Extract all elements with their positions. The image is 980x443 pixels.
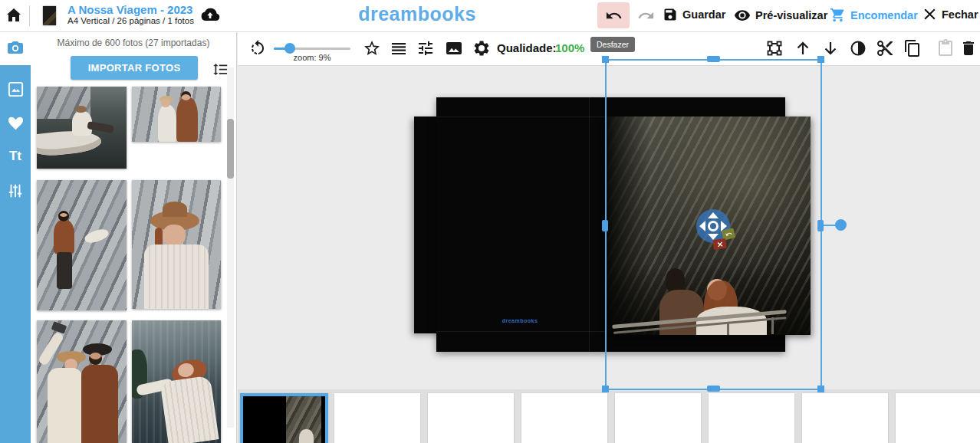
rotate-handle-knob[interactable]	[835, 219, 847, 231]
app-logo: dreambooks	[356, 3, 478, 25]
figure-man-sweater	[54, 220, 74, 254]
rail-tab-layouts[interactable]	[0, 72, 31, 106]
copy-button[interactable]	[903, 39, 922, 57]
trim-guide-top	[436, 116, 606, 117]
adjust-button[interactable]	[416, 39, 435, 57]
star-icon	[363, 39, 381, 57]
home-icon	[5, 6, 23, 25]
sort-photos-button[interactable]	[212, 61, 229, 77]
mini-rotate-icon	[725, 230, 733, 238]
favorite-button[interactable]	[363, 39, 381, 57]
delete-button[interactable]	[959, 39, 978, 57]
preview-button[interactable]: Pré-visualizar	[734, 7, 827, 24]
page-thumb-blank[interactable]	[334, 393, 420, 443]
quality-value: 100%	[555, 41, 584, 54]
project-info[interactable]: A Nossa Viagem - 2023 A4 Vertical / 26 p…	[67, 3, 194, 26]
close-button[interactable]: Fechar	[922, 7, 978, 21]
selection-handle-right-mid[interactable]	[817, 220, 824, 231]
figure-man-legs	[57, 252, 72, 289]
photo-thumb-selfie[interactable]	[37, 320, 127, 443]
cut-button[interactable]	[876, 39, 894, 57]
photo-thumb-boat[interactable]	[37, 87, 127, 169]
page-thumb-cover-selected[interactable]	[240, 393, 328, 443]
boat-shape	[37, 127, 102, 157]
save-button[interactable]: Guardar	[663, 7, 725, 22]
zoom-value-label: zoom: 9%	[274, 53, 350, 62]
bring-forward-button[interactable]	[794, 39, 812, 57]
zoom-slider-handle[interactable]	[284, 43, 295, 54]
rotate-left-button[interactable]	[248, 39, 267, 57]
eye-icon	[734, 7, 751, 24]
sliders-icon	[7, 182, 24, 199]
cover-preview-figure	[299, 429, 313, 443]
undo-button[interactable]	[597, 2, 630, 28]
selection-handle-top-mid[interactable]	[707, 56, 720, 62]
photo-thumb-couple[interactable]	[132, 87, 221, 142]
image-icon	[7, 80, 25, 98]
move-left-arrow-icon	[699, 221, 705, 231]
railing-post	[727, 323, 729, 335]
rail-tab-text[interactable]: Tt	[0, 139, 31, 173]
scissors-icon	[876, 39, 894, 57]
figure-face	[163, 225, 186, 246]
page-thumb-blank[interactable]	[521, 393, 607, 443]
selection-handle-bottom-right[interactable]	[817, 386, 824, 392]
cover-brand-text: dreambooks	[489, 318, 551, 323]
redo-button[interactable]	[637, 7, 655, 25]
rail-tab-favorites[interactable]	[0, 106, 31, 139]
background-button[interactable]	[445, 39, 463, 57]
selection-handle-bottom-mid[interactable]	[707, 386, 720, 392]
photo-thumb-hat-woman[interactable]	[132, 180, 221, 309]
rotate-left-icon	[248, 39, 267, 57]
figure-face	[181, 91, 191, 100]
image-filled-icon	[445, 39, 463, 57]
settings-button[interactable]	[472, 39, 491, 57]
paste-button[interactable]	[936, 39, 955, 57]
selection-handle-left-mid[interactable]	[602, 220, 608, 231]
page-thumb-blank[interactable]	[709, 393, 794, 443]
cloud-sync-button[interactable]	[199, 6, 221, 25]
selection-handle-top-right[interactable]	[817, 56, 824, 63]
layouts-button[interactable]	[390, 39, 408, 57]
panel-scrollbar-thumb[interactable]	[227, 119, 234, 179]
camera-icon	[6, 39, 25, 57]
figure-hat	[75, 106, 87, 113]
photo-remove-mini-button[interactable]	[712, 238, 727, 250]
crop-button[interactable]	[765, 39, 784, 57]
page-thumb-blank[interactable]	[428, 393, 514, 443]
photo-thumb-man-rocks[interactable]	[37, 180, 127, 310]
rail-tab-settings[interactable]	[0, 174, 31, 208]
trim-guide-bottom	[436, 331, 606, 332]
photo-thumb-lake-woman[interactable]	[132, 320, 221, 443]
page-thumb-blank[interactable]	[896, 393, 980, 443]
send-backward-button[interactable]	[821, 39, 840, 57]
project-cover-thumbnail[interactable]	[43, 6, 56, 25]
cart-icon	[830, 7, 846, 23]
selection-handle-bottom-left[interactable]	[602, 386, 609, 392]
figure-face	[161, 99, 170, 107]
rail-tab-photos-import[interactable]	[0, 31, 31, 65]
import-photos-button[interactable]: IMPORTAR FOTOS	[71, 56, 198, 80]
railing-post	[771, 317, 774, 334]
contrast-button[interactable]	[849, 39, 867, 57]
figure-phone	[51, 321, 67, 333]
close-icon	[922, 7, 937, 21]
order-label: Encomendar	[850, 9, 918, 21]
trash-icon	[959, 39, 978, 57]
move-center-icon	[708, 221, 719, 231]
heart-icon	[7, 114, 25, 132]
photos-panel: Máximo de 600 fotos (27 importadas) IMPO…	[31, 31, 237, 443]
page-thumb-blank[interactable]	[615, 393, 701, 443]
figure-woman	[158, 105, 176, 142]
divider	[29, 5, 30, 26]
undo-tooltip: Desfazer	[590, 37, 635, 52]
home-button[interactable]	[5, 6, 23, 25]
undo-icon	[605, 7, 623, 25]
order-button[interactable]: Encomendar	[830, 7, 918, 23]
arrow-down-icon	[821, 39, 840, 57]
fold-guide-line	[589, 97, 590, 352]
save-label: Guardar	[682, 8, 725, 21]
rotate-handle-stem	[824, 225, 836, 226]
selection-handle-top-left[interactable]	[602, 56, 609, 63]
page-thumb-blank[interactable]	[802, 393, 888, 443]
